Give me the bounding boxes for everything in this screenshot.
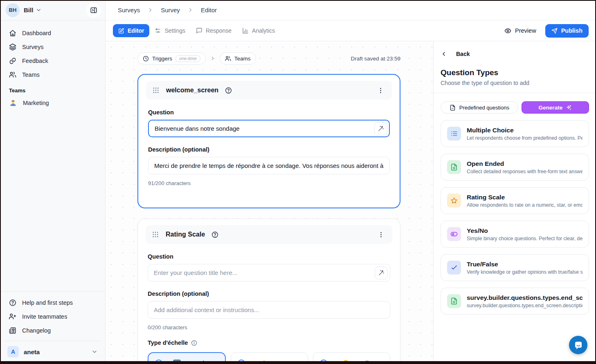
card-header[interactable]: welcome_screen xyxy=(146,81,392,100)
scale-option-label: Stars xyxy=(271,360,286,364)
predefined-label: Predefined questions xyxy=(459,105,509,111)
eye-icon xyxy=(504,27,511,34)
question-type-rating-scale[interactable]: Rating Scale Allow respondents to rate o… xyxy=(441,187,589,214)
breadcrumb-editor[interactable]: Editor xyxy=(201,7,217,13)
radio-icon[interactable] xyxy=(320,360,327,364)
scale-option-stars[interactable]: Stars xyxy=(231,352,308,364)
tab-label: Analytics xyxy=(252,27,275,34)
sidebar-item-label: Teams xyxy=(22,71,40,78)
publish-button[interactable]: Publish xyxy=(545,24,589,38)
teams-pill[interactable]: Teams xyxy=(220,52,256,65)
tab-editor[interactable]: Editor xyxy=(113,24,149,37)
workarea: Triggers one-time Teams Draft saved at 2… xyxy=(106,41,596,364)
kebab-menu-icon[interactable] xyxy=(376,85,386,96)
panel-actions: Predefined questions Generate xyxy=(441,101,589,114)
help-circle-icon xyxy=(9,299,16,306)
user-avatar[interactable]: BH xyxy=(6,3,20,17)
generate-button[interactable]: Generate xyxy=(522,101,589,114)
description-label: Description (optional) xyxy=(148,290,390,297)
chevron-left-icon xyxy=(441,51,447,57)
send-icon xyxy=(551,28,558,34)
users-icon xyxy=(9,71,16,78)
radio-checked-icon[interactable] xyxy=(155,360,162,364)
description-input[interactable] xyxy=(148,301,390,319)
question-type-multiple-choice[interactable]: Multiple Choice Let respondents choose f… xyxy=(441,120,589,147)
question-type-true-false[interactable]: True/False Verify knowledge or gather op… xyxy=(441,254,589,281)
type-name: Rating Scale xyxy=(467,194,583,201)
kebab-menu-icon[interactable] xyxy=(376,230,386,240)
question-label: Question xyxy=(148,109,390,116)
sidebar-item-teams[interactable]: Teams xyxy=(5,68,100,82)
preview-button[interactable]: Preview xyxy=(504,27,536,34)
question-label: Question xyxy=(148,253,390,260)
help-circle-icon[interactable] xyxy=(211,231,218,238)
predefined-questions-button[interactable]: Predefined questions xyxy=(441,101,518,114)
scale-option-emoji[interactable]: Emoji xyxy=(313,352,390,364)
sidebar-item-help[interactable]: Help and first steps xyxy=(5,296,100,310)
users-icon xyxy=(225,56,231,62)
tab-settings[interactable]: Settings xyxy=(149,24,191,37)
preview-label: Preview xyxy=(515,27,536,34)
back-button[interactable]: Back xyxy=(441,51,589,57)
question-card-rating[interactable]: Rating Scale Question Description (optio… xyxy=(137,219,400,364)
breadcrumb-surveys[interactable]: Surveys xyxy=(118,7,140,13)
description-label: Description (optional) xyxy=(148,146,390,153)
sidebar-item-feedback[interactable]: Feedback xyxy=(5,54,100,68)
card-header[interactable]: Rating Scale xyxy=(146,225,392,244)
drag-handle-icon[interactable] xyxy=(152,231,159,238)
card-title: welcome_screen xyxy=(166,87,218,94)
tab-response[interactable]: Response xyxy=(191,24,237,37)
org-switcher[interactable]: A aneta xyxy=(5,341,100,364)
teams-pill-label: Teams xyxy=(234,56,251,62)
app-root: BH Bill Dashboard Surveys Feedback xyxy=(0,0,596,364)
triggers-pill[interactable]: Triggers one-time xyxy=(137,52,206,65)
description-input[interactable] xyxy=(148,157,390,174)
type-name: Open Ended xyxy=(467,160,583,167)
sidebar-item-label: Surveys xyxy=(22,44,43,50)
org-name: aneta xyxy=(24,348,40,355)
scale-option-numeric[interactable]: # Numeric xyxy=(148,352,226,364)
bar-chart-icon xyxy=(242,27,249,34)
magic-wand-button[interactable] xyxy=(375,266,388,279)
question-input[interactable] xyxy=(148,264,390,281)
generate-label: Generate xyxy=(539,105,563,111)
sidebar-item-marketing[interactable]: Marketing xyxy=(5,96,100,110)
radio-icon[interactable] xyxy=(238,360,245,364)
chat-widget-button[interactable] xyxy=(569,336,587,354)
file-icon xyxy=(450,105,456,111)
char-count: 0/200 characters xyxy=(148,324,390,331)
help-circle-icon[interactable] xyxy=(225,87,232,94)
trigger-type-badge: one-time xyxy=(175,55,200,62)
type-description: Allow respondents to rate on a numeric, … xyxy=(467,202,583,208)
sidebar-item-invite[interactable]: Invite teammates xyxy=(5,310,100,324)
scale-type-label-text: Type d'échelle xyxy=(148,339,188,346)
drag-handle-icon[interactable] xyxy=(152,87,160,94)
question-type-end-screen[interactable]: survey.builder.questions.types.end_scr..… xyxy=(441,288,589,315)
question-type-open-ended[interactable]: Open Ended Collect detailed responses wi… xyxy=(441,154,589,181)
sidebar-item-label: Changelog xyxy=(22,327,51,334)
draft-status: Draft saved at 23:59 xyxy=(351,56,400,62)
sidebar-nav: Dashboard Surveys Feedback Teams Teams M… xyxy=(0,20,105,110)
sidebar-item-dashboard[interactable]: Dashboard xyxy=(5,26,100,40)
newspaper-icon xyxy=(9,327,16,334)
sidebar-item-changelog[interactable]: Changelog xyxy=(5,324,100,337)
user-name[interactable]: Bill xyxy=(24,7,33,13)
question-type-yes-no[interactable]: Yes/No Simple binary choice questions. P… xyxy=(441,221,589,248)
collapse-sidebar-button[interactable] xyxy=(86,3,101,18)
file-text-icon xyxy=(447,294,461,308)
sidebar-header: BH Bill xyxy=(0,0,105,20)
magic-wand-button[interactable] xyxy=(374,122,387,135)
divider xyxy=(434,93,596,93)
info-icon[interactable] xyxy=(191,340,197,346)
breadcrumb: Surveys Survey Editor xyxy=(106,0,596,20)
tab-analytics[interactable]: Analytics xyxy=(237,24,280,37)
question-card-welcome[interactable]: welcome_screen Question Description (opt… xyxy=(137,74,400,208)
sidebar-item-surveys[interactable]: Surveys xyxy=(5,40,100,54)
sliders-icon xyxy=(155,27,161,34)
breadcrumb-survey[interactable]: Survey xyxy=(161,7,180,13)
chevron-down-icon[interactable] xyxy=(36,7,42,13)
sidebar-item-label: Dashboard xyxy=(22,30,51,36)
card-body: Question Description (optional) 0/200 ch… xyxy=(138,244,400,364)
char-count: 91/200 characters xyxy=(148,180,390,186)
question-input[interactable] xyxy=(148,120,390,137)
